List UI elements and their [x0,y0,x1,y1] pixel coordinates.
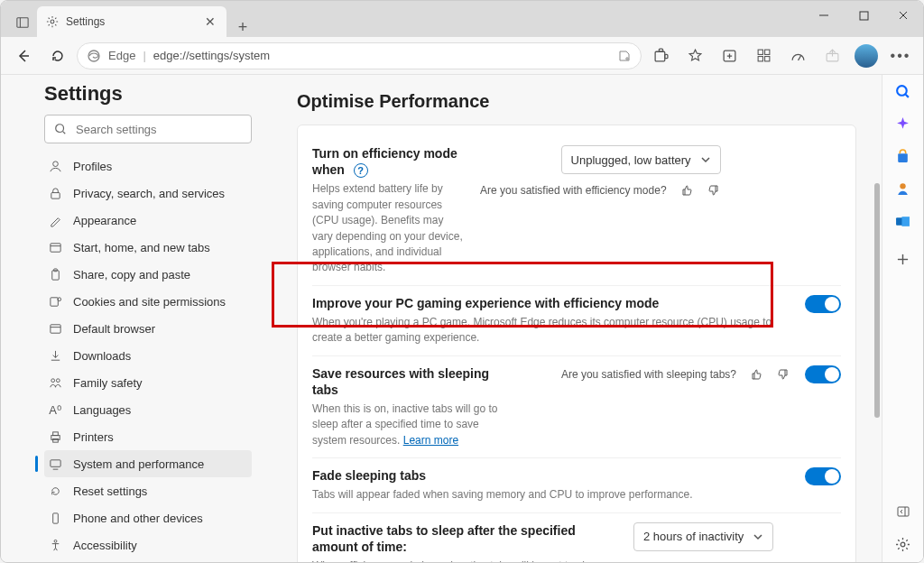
search-settings[interactable] [44,115,252,143]
gaming-desc: When you're playing a PC game, Microsoft… [312,315,790,346]
efficiency-title: Turn on efficiency mode when [312,146,457,177]
sidebar-item-languages[interactable]: A⁰Languages [44,396,252,423]
svg-line-45 [906,94,909,97]
clipboard-icon [48,267,62,282]
apps-icon[interactable] [748,41,779,71]
scrollbar[interactable] [874,183,880,418]
sleeping-title: Save resources with sleeping tabs [312,365,511,398]
sidebar-item-printers[interactable]: Printers [44,423,252,450]
sidebar-item-cookies[interactable]: Cookies and site permissions [44,288,252,315]
maximize-button[interactable] [844,1,883,30]
sidebar-item-privacy[interactable]: Privacy, search, and services [44,180,252,207]
svg-rect-52 [898,507,909,516]
close-window-button[interactable] [883,1,923,30]
reader-icon[interactable] [617,49,632,63]
main-pane: Optimise Performance Turn on efficiency … [272,75,882,562]
sidebar-item-appearance[interactable]: Appearance [44,207,252,234]
svg-rect-49 [901,217,910,226]
reset-icon [48,484,62,498]
addr-url: edge://settings/system [153,49,270,62]
gear-icon [46,15,59,28]
sidebar-item-share[interactable]: Share, copy and paste [44,261,252,288]
row-gaming: Improve your PC gaming experience with e… [312,285,841,355]
sidebar-item-phone[interactable]: Phone and other devices [44,504,252,531]
svg-rect-39 [50,459,60,466]
sidebar-item-profiles[interactable]: Profiles [44,152,252,180]
rail-settings-icon[interactable] [894,535,912,553]
sleeping-toggle[interactable] [805,365,841,383]
sidebar-item-accessibility[interactable]: Accessibility [44,531,252,558]
svg-rect-16 [758,50,762,54]
fade-toggle[interactable] [805,467,841,485]
profile-avatar[interactable] [855,44,878,68]
sidebar-item-reset[interactable]: Reset settings [44,477,252,504]
edge-icon [87,49,101,63]
copilot-icon[interactable] [894,115,912,133]
svg-rect-11 [659,49,662,51]
svg-point-24 [52,161,58,166]
help-icon[interactable]: ? [354,163,368,178]
gaming-toggle[interactable] [805,295,841,313]
chevron-down-icon [700,154,711,165]
row-fade: Fade sleeping tabs Tabs will appear fade… [312,457,841,512]
browser-tab[interactable]: Settings ✕ [37,6,226,37]
settings-card: Turn on efficiency mode when ? Helps ext… [297,125,856,562]
svg-rect-10 [655,51,665,61]
minimize-button[interactable] [804,1,844,30]
sidebar-item-default[interactable]: Default browser [44,315,252,342]
sidebar-item-system[interactable]: System and performance [44,450,252,477]
address-bar[interactable]: Edge | edge://settings/system [77,42,642,69]
phone-icon [48,511,62,525]
page-heading: Optimise Performance [297,91,856,112]
share-icon[interactable] [817,41,847,71]
svg-point-2 [51,20,54,23]
chevron-down-icon [753,531,763,542]
outlook-icon[interactable] [894,212,912,230]
svg-point-44 [897,86,907,96]
new-tab-button[interactable]: + [230,18,255,37]
bing-search-icon[interactable] [894,82,912,100]
search-input[interactable] [76,123,242,136]
svg-rect-25 [51,192,59,198]
sleeping-feedback: Are you satisfied with sleeping tabs? [561,367,790,382]
sidebar-item-start[interactable]: Start, home, and new tabs [44,234,252,261]
inactive-title: Put inactive tabs to sleep after the spe… [312,522,619,555]
side-rail [882,75,923,562]
collections-icon[interactable] [714,41,744,71]
thumbs-down-icon[interactable] [776,367,790,382]
back-button[interactable] [8,41,39,71]
svg-rect-46 [898,153,908,162]
performance-icon[interactable] [782,41,813,71]
svg-point-54 [901,542,905,547]
profile-icon [48,159,62,173]
svg-rect-28 [51,270,59,279]
refresh-button[interactable] [42,41,73,71]
tab-actions-button[interactable] [8,8,37,37]
svg-point-22 [56,125,64,133]
favorites-icon[interactable] [679,41,710,71]
svg-line-23 [63,132,66,134]
sidebar-item-downloads[interactable]: Downloads [44,342,252,369]
people-icon[interactable] [894,180,912,198]
shopping-icon[interactable] [894,147,912,165]
svg-point-9 [626,57,628,59]
collapse-rail-icon[interactable] [894,503,912,521]
more-button[interactable]: ••• [885,41,916,71]
extensions-icon[interactable] [645,41,676,71]
thumbs-up-icon[interactable] [749,367,763,382]
add-rail-icon[interactable] [894,250,912,268]
thumbs-up-icon[interactable] [679,183,694,198]
printer-icon [48,429,62,444]
sidebar-item-about[interactable]: About Microsoft Edge [44,558,252,562]
learn-more-link[interactable]: Learn more [403,434,458,447]
svg-rect-26 [50,243,60,251]
thumbs-down-icon[interactable] [707,183,721,198]
cookies-icon [48,294,62,309]
window-controls [804,1,923,30]
inactive-desc: When efficiency mode is on, inactive tab… [312,558,619,562]
efficiency-dropdown[interactable]: Unplugged, low battery [561,145,721,174]
efficiency-feedback: Are you satisfied with efficiency mode? [480,183,721,198]
tab-close-button[interactable]: ✕ [203,13,217,31]
inactive-dropdown[interactable]: 2 hours of inactivity [633,522,773,551]
sidebar-item-family[interactable]: Family safety [44,369,252,396]
